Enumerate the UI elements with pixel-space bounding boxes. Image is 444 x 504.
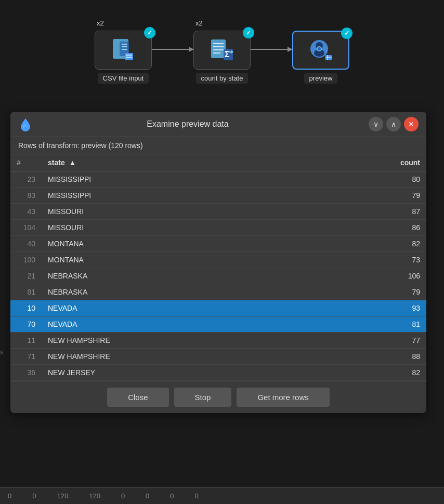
- table-row[interactable]: 40MONTANA82: [10, 236, 426, 252]
- status-2: 120: [57, 492, 68, 500]
- svg-point-21: [318, 47, 321, 50]
- table-row[interactable]: 23MISSISSIPPI80: [10, 171, 426, 188]
- node-count-by-state[interactable]: x2 ✓ Σ count by state: [193, 31, 251, 84]
- panel-header: Examine preview data ∨ ∧ ✕: [10, 112, 426, 137]
- x2-label-count: x2: [195, 19, 203, 27]
- node-box-count[interactable]: ✓ Σ: [193, 31, 251, 70]
- cell-count: 88: [310, 349, 426, 365]
- cell-num: 40: [10, 236, 42, 252]
- cell-count: 77: [310, 333, 426, 349]
- table-row[interactable]: 36NEW JERSEY82: [10, 365, 426, 381]
- status-6: 0: [170, 492, 174, 500]
- count-label: count by state: [196, 73, 249, 84]
- panel-subheader: Rows of transform: preview (120 rows): [10, 137, 426, 154]
- cell-num: 23: [10, 171, 42, 188]
- csv-icon: [110, 37, 136, 63]
- cell-num: 11: [10, 333, 42, 349]
- csv-label: CSV file input: [98, 73, 149, 84]
- cell-count: 82: [310, 236, 426, 252]
- cell-num: 83: [10, 188, 42, 204]
- cell-state: NEW HAMPSHIRE: [42, 333, 310, 349]
- status-4: 0: [121, 492, 125, 500]
- cell-count: 87: [310, 204, 426, 220]
- arrow-1: [152, 49, 193, 50]
- panel-collapse-up-button[interactable]: ∧: [386, 117, 401, 131]
- panel-title: Examine preview data: [38, 120, 337, 129]
- table-row[interactable]: 100MONTANA73: [10, 252, 426, 268]
- table-row[interactable]: 81NEBRASKA79: [10, 284, 426, 300]
- table-row[interactable]: 43MISSOURI87: [10, 204, 426, 220]
- cell-count: 93: [310, 300, 426, 316]
- cell-num: 10: [10, 300, 42, 316]
- cell-count: 82: [310, 365, 426, 381]
- table-row[interactable]: 104MISSOURI86: [10, 220, 426, 236]
- cell-count: 80: [310, 171, 426, 188]
- table-row[interactable]: 21NEBRASKA106: [10, 268, 426, 284]
- cell-num: 71: [10, 349, 42, 365]
- cell-num: 21: [10, 268, 42, 284]
- stop-button[interactable]: Stop: [174, 388, 232, 407]
- cell-count: 106: [310, 268, 426, 284]
- cell-state: MISSISSIPPI: [42, 171, 310, 188]
- check-badge-preview: ✓: [341, 28, 352, 39]
- col-header-count[interactable]: count: [310, 154, 426, 171]
- table-row[interactable]: 70NEVADA81: [10, 316, 426, 333]
- node-csv-input[interactable]: x2 ✓ CSV file input: [95, 31, 152, 84]
- table-row[interactable]: 83MISSISSIPPI79: [10, 188, 426, 204]
- cell-state: NEBRASKA: [42, 284, 310, 300]
- sort-arrow-state: ▲: [69, 158, 76, 167]
- panel-footer: Close Stop Get more rows: [10, 381, 426, 413]
- cell-state: MISSOURI: [42, 220, 310, 236]
- cell-state: NEVADA: [42, 316, 310, 333]
- data-table: # state ▲ count 23MISSISSIPPI8083MISSISS…: [10, 154, 426, 381]
- check-badge-csv: ✓: [144, 27, 155, 38]
- svg-text:Σ: Σ: [225, 50, 230, 59]
- x2-label-csv: x2: [97, 19, 104, 27]
- cell-state: MONTANA: [42, 252, 310, 268]
- preview-label: preview: [304, 73, 338, 84]
- status-7: 0: [195, 492, 199, 500]
- check-badge-count: ✓: [243, 27, 254, 38]
- status-bar: 0 0 120 120 0 0 0 0: [0, 487, 444, 504]
- panel-controls: ∨ ∧ ✕: [369, 117, 419, 131]
- examine-panel: Examine preview data ∨ ∧ ✕ Rows of trans…: [10, 112, 426, 413]
- close-button[interactable]: Close: [107, 388, 168, 407]
- get-more-rows-button[interactable]: Get more rows: [237, 388, 329, 407]
- panel-droplet-icon: [18, 117, 33, 131]
- cell-count: 79: [310, 188, 426, 204]
- cell-state: NEW JERSEY: [42, 365, 310, 381]
- cell-state: NEVADA: [42, 300, 310, 316]
- table-scroll[interactable]: # state ▲ count 23MISSISSIPPI8083MISSISS…: [10, 154, 426, 381]
- panel-collapse-down-button[interactable]: ∨: [369, 117, 383, 131]
- table-header-row: # state ▲ count: [10, 154, 426, 171]
- node-box-preview[interactable]: ✓: [292, 31, 349, 70]
- cell-state: MONTANA: [42, 236, 310, 252]
- svg-rect-5: [125, 53, 133, 60]
- cell-count: 73: [310, 252, 426, 268]
- cell-num: 43: [10, 204, 42, 220]
- col-header-state[interactable]: state ▲: [42, 154, 310, 171]
- arrow-2: [251, 49, 292, 50]
- cell-num: 70: [10, 316, 42, 333]
- status-5: 0: [146, 492, 149, 500]
- svg-rect-8: [211, 39, 226, 58]
- status-0: 0: [8, 492, 11, 500]
- cell-state: MISSOURI: [42, 204, 310, 220]
- cell-count: 79: [310, 284, 426, 300]
- cell-num: 100: [10, 252, 42, 268]
- node-box-csv[interactable]: ✓: [95, 31, 152, 70]
- preview-icon: [308, 37, 334, 63]
- svg-rect-22: [325, 55, 332, 60]
- table-row[interactable]: 71NEW HAMPSHIRE88: [10, 349, 426, 365]
- cell-count: 81: [310, 316, 426, 333]
- pipeline-area: x2 ✓ CSV file input x2: [0, 0, 444, 104]
- panel-close-button[interactable]: ✕: [404, 117, 419, 131]
- table-row[interactable]: 11NEW HAMPSHIRE77: [10, 333, 426, 349]
- col-header-num: #: [10, 154, 42, 171]
- status-1: 0: [32, 492, 36, 500]
- cell-state: NEBRASKA: [42, 268, 310, 284]
- cell-state: NEW HAMPSHIRE: [42, 349, 310, 365]
- table-row[interactable]: 10NEVADA93: [10, 300, 426, 316]
- node-preview[interactable]: ✓ preview: [292, 31, 349, 84]
- status-3: 120: [89, 492, 100, 500]
